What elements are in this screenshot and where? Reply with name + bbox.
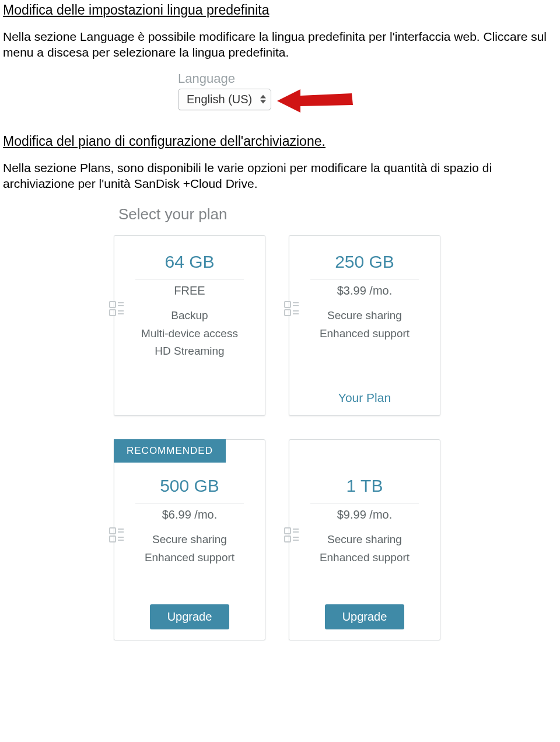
plan-price: $3.99 /mo. [289,284,440,298]
plan-features: Secure sharing Enhanced support [289,531,440,566]
divider [135,279,244,279]
decorative-icon [284,300,300,318]
language-label: Language [178,71,300,86]
language-block: Language English (US) [178,71,300,110]
plan-card-64gb[interactable]: 64 GB FREE Backup Multi-device access HD… [114,235,265,416]
svg-marker-0 [277,89,353,113]
section1-paragraph: Nella sezione Language è possibile modif… [3,29,557,61]
svg-rect-16 [110,536,116,542]
language-value: English (US) [187,93,252,106]
decorative-icon [284,526,300,545]
plan-price: $9.99 /mo. [289,508,440,522]
upgrade-button[interactable]: Upgrade [150,604,230,629]
plan-card-250gb[interactable]: 250 GB $3.99 /mo. Secure sharing Enhance… [289,235,440,416]
your-plan-label: Your Plan [338,391,391,404]
divider [310,279,419,279]
plans-area: Select your plan 64 GB FREE Backup Multi… [114,205,464,640]
plan-size: 250 GB [289,252,440,272]
svg-rect-19 [285,528,290,534]
divider [135,503,244,503]
plan-features: Secure sharing Enhanced support [289,307,440,342]
svg-rect-13 [110,528,116,534]
plan-card-500gb[interactable]: RECOMMENDED 500 GB $6.99 /mo. Secure sha… [114,439,265,640]
plan-features: Backup Multi-device access HD Streaming [114,307,265,360]
updown-icon [260,95,266,104]
svg-rect-10 [285,310,290,316]
plan-price: $6.99 /mo. [114,508,265,522]
svg-rect-4 [110,310,116,316]
language-select[interactable]: English (US) [178,89,271,110]
decorative-icon [108,526,125,545]
plan-price: FREE [114,284,265,298]
plan-features: Secure sharing Enhanced support [114,531,265,566]
plans-title: Select your plan [118,205,464,223]
decorative-icon [108,300,125,318]
plan-size: 500 GB [114,476,265,496]
plan-size: 1 TB [289,476,440,496]
recommended-badge: RECOMMENDED [114,439,226,463]
plan-size: 64 GB [114,252,265,272]
pointer-arrow-icon [277,86,353,118]
section2-paragraph: Nella sezione Plans, sono disponibili le… [3,160,557,192]
upgrade-button[interactable]: Upgrade [325,604,405,629]
plan-card-1tb[interactable]: 1 TB $9.99 /mo. Secure sharing Enhanced … [289,439,440,640]
divider [310,503,419,503]
section1-heading: Modifica delle impostazioni lingua prede… [3,2,557,18]
svg-rect-7 [285,302,290,307]
svg-rect-1 [110,302,116,307]
section2-heading: Modifica del piano di configurazione del… [3,134,557,149]
svg-rect-22 [285,536,290,542]
